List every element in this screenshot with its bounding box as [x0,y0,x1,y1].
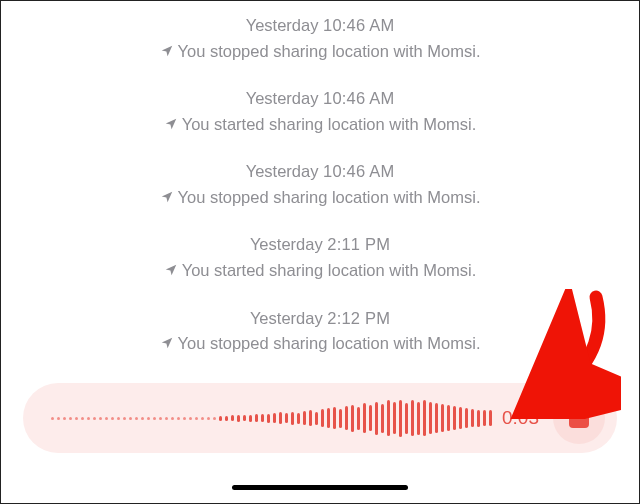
waveform-sample [261,414,264,422]
audio-waveform [51,398,492,438]
status-timestamp-day: Yesterday [246,162,319,180]
waveform-sample [363,403,366,433]
waveform-sample [183,417,186,420]
waveform-sample [165,417,168,420]
status-message-line: You stopped sharing location with Momsi. [1,185,639,211]
waveform-sample [471,409,474,427]
waveform-sample [309,410,312,426]
waveform-sample [327,408,330,428]
waveform-sample [489,410,492,426]
waveform-sample [213,417,216,420]
status-message-text: You stopped sharing location with Momsi. [178,334,481,352]
waveform-sample [345,406,348,430]
status-timestamp: Yesterday 10:46 AM [1,159,639,185]
status-message-line: You stopped sharing location with Momsi. [1,39,639,65]
stop-icon [569,408,589,428]
status-timestamp: Yesterday 10:46 AM [1,13,639,39]
waveform-sample [141,417,144,420]
waveform-sample [297,413,300,424]
audio-recording-pill: 0:03 [23,383,617,453]
waveform-sample [237,415,240,422]
waveform-sample [255,414,258,422]
waveform-sample [159,417,162,420]
waveform-sample [333,407,336,429]
waveform-sample [75,417,78,420]
waveform-sample [189,417,192,420]
status-timestamp-day: Yesterday [246,16,319,34]
waveform-sample [231,415,234,421]
waveform-sample [285,413,288,423]
waveform-sample [105,417,108,420]
waveform-sample [99,417,102,420]
status-message-line: You started sharing location with Momsi. [1,112,639,138]
waveform-sample [57,417,60,420]
waveform-sample [177,417,180,420]
waveform-sample [291,412,294,425]
status-message-text: You stopped sharing location with Momsi. [178,188,481,206]
waveform-sample [111,417,114,420]
status-event: Yesterday 2:12 PMYou stopped sharing loc… [1,306,639,357]
waveform-sample [249,415,252,422]
status-message-text: You stopped sharing location with Momsi. [178,42,481,60]
status-timestamp: Yesterday 2:11 PM [1,232,639,258]
status-event: Yesterday 10:46 AMYou stopped sharing lo… [1,159,639,210]
waveform-sample [387,400,390,436]
location-arrow-icon [160,44,174,58]
waveform-sample [321,409,324,427]
status-event: Yesterday 2:11 PMYou started sharing loc… [1,232,639,283]
status-timestamp: Yesterday 10:46 AM [1,86,639,112]
status-timestamp-day: Yesterday [250,309,323,327]
waveform-sample [429,402,432,434]
stop-recording-button[interactable] [553,392,605,444]
waveform-sample [357,407,360,430]
status-message-line: You stopped sharing location with Momsi. [1,331,639,357]
waveform-sample [303,411,306,425]
status-event: Yesterday 10:46 AMYou started sharing lo… [1,86,639,137]
location-arrow-icon [160,336,174,350]
waveform-sample [195,417,198,420]
location-arrow-icon [164,117,178,131]
waveform-sample [123,417,126,420]
waveform-sample [465,408,468,428]
waveform-sample [135,417,138,420]
status-timestamp-time: 2:12 PM [327,309,390,327]
waveform-sample [441,404,444,432]
status-timestamp: Yesterday 2:12 PM [1,306,639,332]
waveform-sample [483,410,486,426]
waveform-sample [459,407,462,429]
status-message-line: You started sharing location with Momsi. [1,258,639,284]
waveform-sample [207,417,210,420]
waveform-sample [225,416,228,421]
waveform-sample [87,417,90,420]
waveform-sample [219,416,222,421]
status-timestamp-time: 10:46 AM [323,89,394,107]
waveform-sample [375,402,378,435]
waveform-sample [381,404,384,433]
waveform-sample [423,400,426,436]
waveform-sample [477,410,480,427]
home-indicator[interactable] [232,485,408,491]
location-arrow-icon [160,190,174,204]
waveform-sample [81,417,84,420]
waveform-sample [369,405,372,431]
waveform-sample [243,415,246,421]
waveform-sample [447,405,450,431]
recording-elapsed-time: 0:03 [502,407,539,429]
status-timestamp-day: Yesterday [250,235,323,253]
waveform-sample [267,414,270,423]
status-event: Yesterday 10:46 AMYou stopped sharing lo… [1,13,639,64]
waveform-sample [453,406,456,430]
waveform-sample [147,417,150,420]
waveform-sample [129,417,132,420]
location-status-list: Yesterday 10:46 AMYou stopped sharing lo… [1,1,639,357]
waveform-sample [153,417,156,420]
status-message-text: You started sharing location with Momsi. [182,261,477,279]
location-arrow-icon [164,263,178,277]
waveform-sample [405,403,408,434]
waveform-sample [69,417,72,420]
waveform-sample [171,417,174,420]
status-message-text: You started sharing location with Momsi. [182,115,477,133]
waveform-sample [273,413,276,423]
waveform-sample [393,402,396,434]
waveform-sample [351,405,354,432]
